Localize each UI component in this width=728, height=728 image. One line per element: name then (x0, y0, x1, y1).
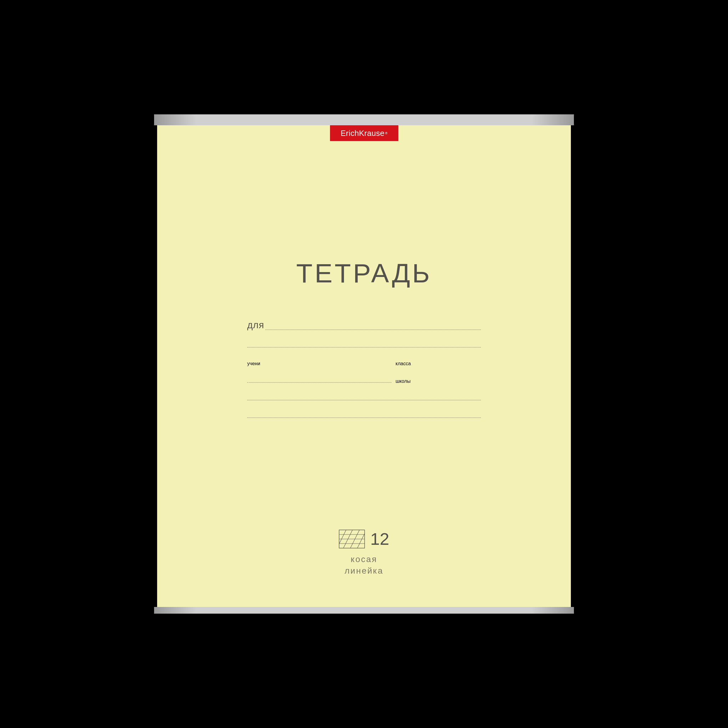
notebook-title: ТЕТРАДЬ (296, 258, 432, 289)
form-line-student-class: учени класса (247, 349, 481, 366)
school-label: школы (396, 379, 410, 384)
form-line-blank-2 (247, 384, 481, 402)
for-label: для (247, 320, 264, 331)
form-line-blank-1 (247, 331, 481, 349)
registered-mark: ® (385, 132, 388, 135)
brand-tag: ErichKrause® (330, 125, 398, 141)
form-line-school: школы (247, 366, 481, 384)
oblique-ruling-icon (339, 530, 365, 548)
dotted-line (247, 400, 481, 401)
spiral-binding-top (154, 114, 574, 125)
dotted-line (247, 347, 481, 348)
dotted-line (265, 329, 481, 330)
form-area: для учени класса (247, 314, 481, 419)
svg-line-7 (339, 530, 346, 544)
notebook: ErichKrause® ТЕТРАДЬ для учени класс (154, 114, 574, 614)
spec-section: 12 косая линейка (157, 529, 571, 577)
brand-name: ErichKrause (341, 128, 385, 138)
ruling-line-2: линейка (344, 566, 384, 575)
ruling-icon-row: 12 (339, 529, 389, 549)
form-line-blank-3 (247, 402, 481, 419)
svg-line-6 (357, 534, 365, 548)
dotted-line (247, 418, 481, 418)
class-label: класса (396, 361, 411, 366)
student-label: учени (247, 361, 260, 366)
ruling-type-label: косая линейка (344, 554, 384, 577)
spiral-binding-bottom (154, 607, 574, 614)
dotted-line (247, 382, 391, 383)
form-line-for: для (247, 314, 481, 331)
page-count: 12 (370, 529, 389, 549)
notebook-cover: ErichKrause® ТЕТРАДЬ для учени класс (157, 125, 571, 607)
ruling-line-1: косая (351, 555, 377, 564)
